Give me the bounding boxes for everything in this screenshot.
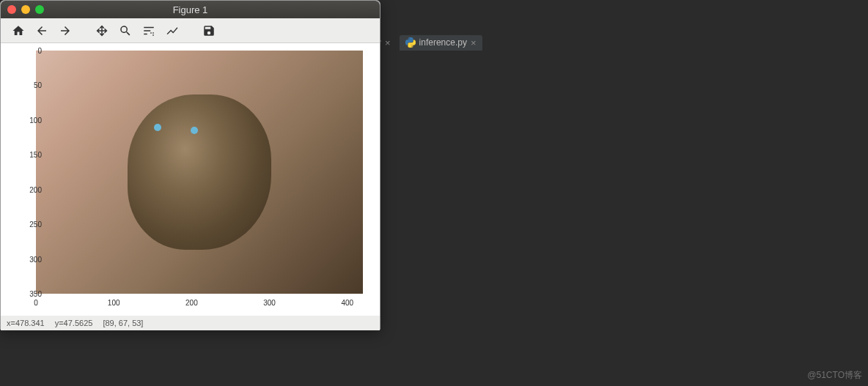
editor-tab-bar: y × inference.py × bbox=[371, 34, 482, 51]
home-button[interactable] bbox=[8, 21, 29, 41]
y-tick-label: 0 bbox=[24, 47, 42, 55]
figure-status-bar: x=478.341 y=47.5625 [89, 67, 53] bbox=[1, 316, 380, 330]
figure-toolbar bbox=[1, 18, 380, 43]
back-button[interactable] bbox=[32, 21, 52, 41]
figure-canvas[interactable]: 0100200300400 050100150200250300350 bbox=[1, 43, 380, 316]
zoom-button[interactable] bbox=[115, 21, 136, 41]
y-tick-label: 300 bbox=[24, 255, 42, 263]
x-tick-label: 400 bbox=[341, 299, 353, 307]
cursor-rgb: [89, 67, 53] bbox=[103, 319, 143, 327]
cursor-x: x=478.341 bbox=[7, 319, 45, 327]
y-tick-label: 350 bbox=[24, 290, 42, 298]
y-tick-label: 200 bbox=[24, 185, 42, 193]
cursor-y: y=47.5625 bbox=[55, 319, 93, 327]
close-icon[interactable]: × bbox=[471, 37, 477, 48]
maximize-window-button[interactable] bbox=[35, 5, 44, 14]
y-tick-label: 100 bbox=[24, 116, 42, 124]
window-titlebar[interactable]: Figure 1 bbox=[1, 1, 380, 18]
tab-label: inference.py bbox=[419, 37, 467, 48]
close-window-button[interactable] bbox=[7, 5, 16, 14]
minimize-window-button[interactable] bbox=[21, 5, 30, 14]
y-tick-label: 50 bbox=[24, 81, 42, 89]
x-tick-label: 300 bbox=[263, 299, 276, 307]
tab-active[interactable]: inference.py × bbox=[400, 35, 482, 51]
subplots-button[interactable] bbox=[139, 21, 159, 41]
figure-window[interactable]: Figure 1 0100200300400 05010015020025030… bbox=[0, 0, 380, 330]
close-icon[interactable]: × bbox=[385, 37, 391, 48]
y-tick-label: 250 bbox=[24, 220, 42, 229]
x-tick-label: 200 bbox=[185, 299, 198, 307]
plot-area bbox=[36, 51, 363, 294]
x-tick-label: 0 bbox=[34, 299, 38, 307]
window-controls bbox=[7, 5, 44, 14]
configure-axes-button[interactable] bbox=[162, 21, 183, 41]
pan-button[interactable] bbox=[92, 21, 112, 41]
y-tick-label: 150 bbox=[24, 151, 42, 159]
save-button[interactable] bbox=[199, 21, 219, 41]
plot-image bbox=[36, 51, 363, 294]
x-tick-label: 100 bbox=[108, 299, 120, 307]
watermark: @51CTO博客 bbox=[807, 369, 862, 382]
python-icon bbox=[405, 37, 416, 48]
forward-button[interactable] bbox=[55, 21, 76, 41]
window-title: Figure 1 bbox=[1, 4, 380, 15]
